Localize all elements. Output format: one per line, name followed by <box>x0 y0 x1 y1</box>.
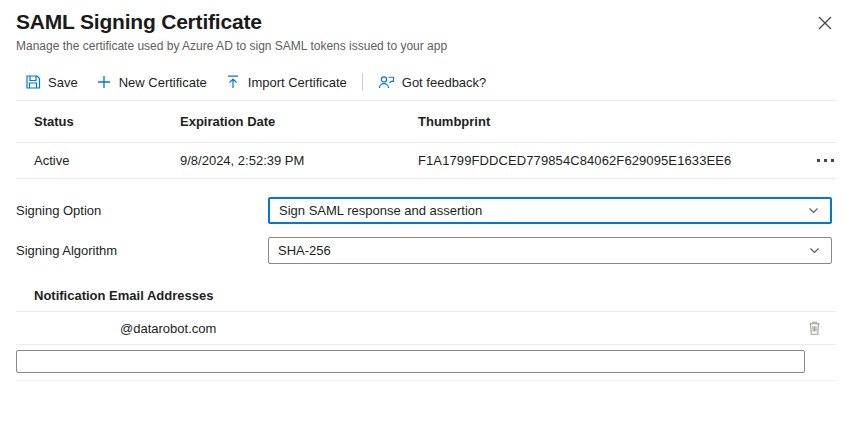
chevron-down-icon <box>807 204 820 217</box>
upload-icon <box>225 74 241 90</box>
save-icon <box>25 74 41 90</box>
signing-option-row: Signing Option Sign SAML response and as… <box>16 197 836 224</box>
certificate-table-row[interactable]: Active 9/8/2024, 2:52:39 PM F1A1799FDDCE… <box>16 143 836 179</box>
new-email-input[interactable] <box>16 350 805 373</box>
feedback-icon <box>378 74 395 90</box>
got-feedback-button-label: Got feedback? <box>402 75 487 90</box>
ellipsis-icon <box>817 159 820 162</box>
row-context-menu-button[interactable] <box>796 155 836 166</box>
toolbar-divider <box>362 73 363 91</box>
close-icon <box>818 16 832 30</box>
signing-option-label: Signing Option <box>16 203 268 218</box>
panel-header: SAML Signing Certificate Manage the cert… <box>0 0 852 53</box>
signing-algorithm-value: SHA-256 <box>278 243 331 258</box>
page-title: SAML Signing Certificate <box>16 8 836 36</box>
cell-status: Active <box>34 153 180 168</box>
cell-thumbprint: F1A1799FDDCED779854C84062F629095E1633EE6 <box>418 153 796 168</box>
certificate-table: Status Expiration Date Thumbprint Active… <box>16 101 836 179</box>
close-button[interactable] <box>814 12 836 34</box>
page-subtitle: Manage the certificate used by Azure AD … <box>16 39 836 53</box>
delete-email-button[interactable] <box>805 318 824 338</box>
signing-option-select[interactable]: Sign SAML response and assertion <box>268 197 832 224</box>
bottom-divider <box>16 380 836 381</box>
column-header-expiration-date: Expiration Date <box>180 114 418 129</box>
panel-content: Status Expiration Date Thumbprint Active… <box>16 101 836 381</box>
cell-expiration-date: 9/8/2024, 2:52:39 PM <box>180 153 418 168</box>
new-certificate-button-label: New Certificate <box>119 75 207 90</box>
notification-emails-heading: Notification Email Addresses <box>34 288 836 303</box>
import-certificate-button-label: Import Certificate <box>248 75 347 90</box>
signing-option-value: Sign SAML response and assertion <box>279 203 482 218</box>
toolbar: Save New Certificate Import Certificate … <box>0 69 852 95</box>
notification-email-row: @datarobot.com <box>16 311 836 345</box>
import-certificate-button[interactable]: Import Certificate <box>216 70 356 94</box>
signing-algorithm-select[interactable]: SHA-256 <box>268 237 832 264</box>
certificate-table-header: Status Expiration Date Thumbprint <box>16 101 836 143</box>
signing-algorithm-row: Signing Algorithm SHA-256 <box>16 237 836 264</box>
got-feedback-button[interactable]: Got feedback? <box>369 70 496 94</box>
notification-email-value: @datarobot.com <box>16 321 805 336</box>
new-certificate-button[interactable]: New Certificate <box>87 70 216 94</box>
signing-algorithm-label: Signing Algorithm <box>16 243 268 258</box>
column-header-thumbprint: Thumbprint <box>418 114 796 129</box>
chevron-down-icon <box>808 244 821 257</box>
save-button[interactable]: Save <box>16 70 87 94</box>
saml-signing-certificate-panel: SAML Signing Certificate Manage the cert… <box>0 0 852 426</box>
trash-icon <box>807 320 822 336</box>
save-button-label: Save <box>48 75 78 90</box>
column-header-status: Status <box>34 114 180 129</box>
plus-icon <box>96 74 112 90</box>
